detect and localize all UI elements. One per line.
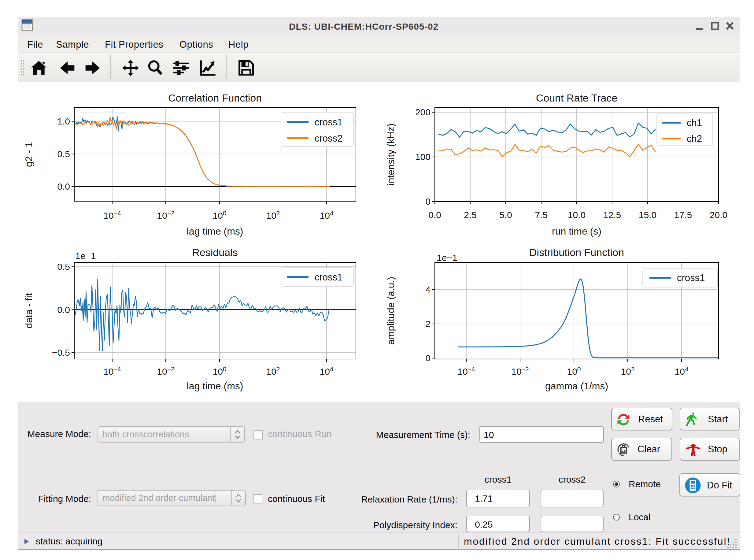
svg-text:1.0: 1.0 — [57, 116, 70, 126]
svg-text:10−2: 10−2 — [511, 365, 529, 377]
svg-text:lag time (ms): lag time (ms) — [187, 226, 243, 237]
svg-text:10−2: 10−2 — [157, 365, 174, 377]
svg-text:cross1: cross1 — [314, 117, 343, 127]
svg-text:100: 100 — [212, 209, 226, 221]
svg-text:102: 102 — [266, 365, 280, 377]
svg-text:10−4: 10−4 — [103, 365, 121, 377]
svg-text:0: 0 — [425, 353, 430, 363]
svg-text:cross2: cross2 — [314, 133, 343, 144]
svg-text:10−2: 10−2 — [157, 209, 174, 221]
svg-text:0.5: 0.5 — [57, 261, 70, 272]
svg-text:lag time (ms): lag time (ms) — [187, 380, 243, 392]
svg-text:102: 102 — [621, 365, 634, 377]
svg-text:10−4: 10−4 — [457, 365, 475, 377]
svg-text:15.0: 15.0 — [639, 210, 656, 220]
svg-text:0.0: 0.0 — [57, 305, 70, 315]
svg-text:0.0: 0.0 — [428, 210, 441, 220]
svg-text:0.0: 0.0 — [57, 181, 70, 192]
svg-text:12.5: 12.5 — [603, 210, 621, 220]
svg-text:Distribution Function: Distribution Function — [529, 246, 624, 258]
svg-text:5.0: 5.0 — [499, 210, 512, 220]
svg-text:amplitude (a.u.): amplitude (a.u.) — [385, 277, 396, 345]
svg-text:Count Rate Trace: Count Rate Trace — [536, 92, 617, 104]
svg-text:4: 4 — [425, 284, 430, 295]
svg-text:20.0: 20.0 — [710, 210, 728, 220]
svg-text:Residuals: Residuals — [192, 246, 238, 258]
svg-text:run time (s): run time (s) — [552, 226, 602, 237]
svg-text:ch1: ch1 — [687, 117, 702, 128]
svg-text:−0.5: −0.5 — [52, 347, 70, 358]
svg-text:1e−1: 1e−1 — [75, 251, 96, 261]
svg-text:7.5: 7.5 — [535, 210, 548, 220]
svg-text:data - fit: data - fit — [23, 293, 34, 328]
svg-text:0.5: 0.5 — [57, 149, 70, 159]
svg-text:100: 100 — [415, 152, 430, 162]
svg-text:2.5: 2.5 — [464, 210, 477, 220]
svg-text:Correlation Function: Correlation Function — [168, 92, 262, 104]
svg-text:gamma (1/ms): gamma (1/ms) — [545, 380, 608, 392]
svg-text:g2 - 1: g2 - 1 — [23, 142, 34, 167]
svg-text:102: 102 — [266, 209, 280, 221]
svg-text:2: 2 — [425, 319, 430, 329]
svg-text:17.5: 17.5 — [674, 210, 692, 220]
svg-text:ch2: ch2 — [687, 133, 702, 144]
svg-text:200: 200 — [415, 107, 430, 117]
svg-text:cross1: cross1 — [314, 272, 343, 283]
svg-text:10.0: 10.0 — [568, 210, 586, 220]
svg-text:104: 104 — [320, 365, 333, 377]
svg-text:1e−1: 1e−1 — [436, 253, 457, 263]
svg-text:cross1: cross1 — [677, 273, 705, 283]
svg-text:100: 100 — [212, 365, 226, 377]
svg-text:104: 104 — [320, 209, 333, 221]
svg-text:0: 0 — [425, 196, 430, 206]
svg-text:10−4: 10−4 — [103, 209, 121, 221]
svg-text:intensity (kHz): intensity (kHz) — [385, 124, 396, 186]
svg-text:104: 104 — [674, 365, 688, 377]
svg-text:100: 100 — [567, 365, 580, 377]
